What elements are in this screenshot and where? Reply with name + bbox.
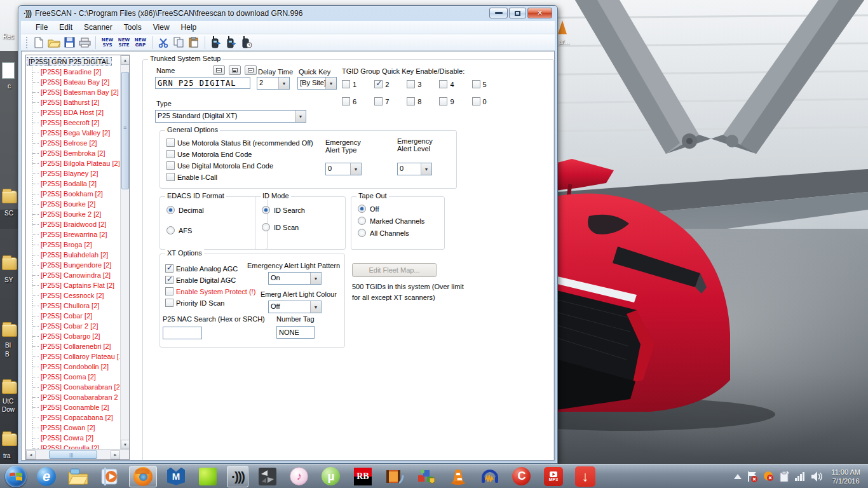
tree-item[interactable]: [P25S] Batesman Bay [2] (27, 87, 119, 97)
option-checkbox[interactable]: Use Motorola Status Bit (recommended Off… (166, 139, 313, 147)
tree-item[interactable]: [P25S] Blayney [2] (27, 168, 119, 179)
delay-time-select[interactable]: 2▼ (257, 77, 290, 90)
tree-item[interactable]: [P25S] Bulahdelah [2] (27, 250, 119, 260)
tree-item[interactable]: [P25S] Coonabarabran 2 (27, 392, 119, 402)
volume-icon[interactable] (811, 471, 824, 482)
tree-item[interactable]: [P25S] Cowan [2] (27, 423, 119, 433)
tgid-key-checkbox[interactable]: 3 (407, 80, 421, 88)
taskbar-explorer-icon[interactable] (67, 466, 90, 487)
option-checkbox[interactable]: Use Digital Motorola End Code (166, 161, 313, 170)
tree-item[interactable]: [P25S] Cobar 2 [2] (27, 321, 119, 331)
taskbar-green-app-icon[interactable] (196, 466, 219, 487)
scanner-clone-icon[interactable] (239, 36, 254, 50)
tree-item[interactable]: [P25S] Coonabarabran [2 (27, 382, 119, 392)
tgid-key-checkbox[interactable]: 6 (342, 97, 356, 105)
tree-item[interactable]: [P25S] Bega Valley [2] (27, 128, 119, 138)
name-case-button-1[interactable] (213, 65, 225, 75)
horizontal-scroll-thumb[interactable] (49, 451, 97, 459)
name-case-button-3[interactable] (245, 65, 257, 75)
emergency-alert-type-select[interactable]: 0▼ (325, 163, 362, 175)
tree-item[interactable]: [P25S] Cooma [2] (27, 372, 119, 382)
emerg-light-pattern-select[interactable]: On▼ (268, 272, 322, 285)
tree-item[interactable]: [P25S] BDA Host [2] (27, 107, 119, 118)
taskbar-itunes-icon[interactable]: ♪ (288, 466, 311, 487)
clipboard-tray-icon[interactable] (779, 471, 789, 482)
tree-item[interactable]: [P25S] Bookham [2] (27, 189, 119, 199)
option-checkbox[interactable]: Enable Digital AGC (165, 276, 255, 284)
tree-item[interactable]: [P25S] Beecroft [2] (27, 118, 119, 128)
menu-edit[interactable]: Edit (53, 22, 78, 33)
radio-option[interactable]: ID Scan (262, 223, 305, 231)
taskbar-malwarebytes-icon[interactable]: M (165, 466, 187, 487)
tgid-key-checkbox[interactable]: 2 (374, 80, 389, 88)
menu-help[interactable]: Help (175, 22, 203, 33)
radio-option[interactable]: ID Search (262, 206, 305, 214)
tree-item[interactable]: [P25S] Chullora [2] (27, 301, 119, 311)
taskbar-tweak-tool-icon[interactable] (415, 466, 438, 487)
tree-item[interactable]: [P25S] Condobolin [2] (27, 362, 119, 372)
scroll-left-arrow[interactable]: ◄ (26, 451, 36, 459)
menu-view[interactable]: View (147, 22, 175, 33)
tree-item[interactable]: [P25S] Coonamble [2] (27, 402, 119, 412)
option-checkbox[interactable]: Enable I-Call (166, 173, 313, 181)
network-signal-icon[interactable] (794, 472, 806, 481)
menu-file[interactable]: File (30, 22, 53, 33)
taskbar-youtube-mp3-icon[interactable]: MP3 (542, 466, 565, 487)
tree-vertical-scrollbar[interactable]: ▲ ▼ (120, 55, 129, 449)
download-from-scanner-icon[interactable] (224, 36, 239, 50)
tree-item[interactable]: [P25S] Cessnock [2] (27, 290, 119, 301)
new-group-button[interactable]: NEWGRP (132, 36, 149, 50)
tree-horizontal-scrollbar[interactable]: ◄ ► (26, 449, 129, 459)
new-site-button[interactable]: NEWSITE (116, 36, 132, 50)
option-checkbox[interactable]: Priority ID Scan (165, 299, 255, 307)
radio-option[interactable]: Off (358, 205, 424, 213)
tree-item[interactable]: [P25S] Copacabana [2] (27, 412, 119, 423)
print-icon[interactable] (77, 36, 92, 50)
taskbar-audacity-icon[interactable] (478, 466, 501, 487)
update-status-icon[interactable] (763, 471, 774, 482)
menu-scanner[interactable]: Scanner (78, 22, 118, 33)
tree-item[interactable]: [P25S] Collaroy Plateau [2 (27, 351, 119, 362)
tree-item[interactable]: [P25S] Canowindra [2] (27, 270, 119, 280)
name-case-button-2[interactable] (229, 65, 241, 75)
upload-to-scanner-icon[interactable] (208, 36, 224, 50)
taskbar-freescan-active[interactable]: ·))) (227, 466, 248, 487)
system-type-select[interactable]: P25 Standard (Digital XT)▼ (155, 110, 306, 123)
desktop-folder-tra[interactable] (2, 433, 17, 446)
new-system-button[interactable]: NEWSYS (99, 36, 116, 50)
scroll-right-arrow[interactable]: ► (111, 451, 120, 459)
show-hidden-icons-button[interactable] (734, 474, 742, 479)
taskbar-ccleaner-icon[interactable]: C (510, 466, 533, 487)
taskbar-media-player-icon[interactable] (98, 466, 121, 487)
vertical-scroll-thumb[interactable] (121, 72, 129, 189)
tree-item[interactable]: [P25S] Cobargo [2] (27, 331, 119, 341)
p25-nac-input[interactable] (163, 327, 202, 339)
taskbar-dark-app-icon[interactable] (256, 466, 279, 487)
copy-icon[interactable] (171, 36, 186, 50)
tgid-key-checkbox[interactable]: 8 (407, 97, 421, 105)
radio-option[interactable]: AFS (166, 226, 204, 234)
taskbar-rb-icon[interactable]: RB (351, 466, 374, 487)
title-bar[interactable]: ·))) FreeSCAN - C:\Program Files (x86)\F… (18, 6, 557, 20)
tgid-key-checkbox[interactable]: 9 (439, 97, 454, 105)
tgid-key-checkbox[interactable]: 4 (439, 80, 454, 88)
taskbar-internet-explorer-icon[interactable]: e (35, 466, 58, 487)
tgid-key-checkbox[interactable]: 7 (374, 97, 389, 105)
radio-option[interactable]: Marked Channels (358, 217, 424, 225)
taskbar-vlc-icon[interactable] (447, 466, 470, 487)
desktop-folder-sc[interactable] (2, 191, 17, 203)
edit-fleet-map-button[interactable]: Edit Fleet Map... (352, 263, 437, 277)
tgid-key-checkbox[interactable]: 0 (472, 97, 487, 105)
tree-item[interactable]: [P25S] Bathurst [2] (27, 97, 119, 107)
tree-item[interactable]: [P25S] Collarenebri [2] (27, 341, 119, 351)
option-checkbox[interactable]: Enable System Protect (!) (165, 287, 255, 295)
action-center-flag-icon[interactable] (747, 471, 758, 482)
system-tree-listbox[interactable]: [P25S] GRN P25 DIGITAL [P25S] Baradine [… (25, 55, 130, 460)
tree-item[interactable]: [P25S] Bungendore [2] (27, 260, 119, 270)
radio-option[interactable]: Decimal (166, 206, 204, 214)
new-file-icon[interactable] (31, 36, 46, 50)
tree-item[interactable]: [P25S] Braidwood [2] (27, 219, 119, 229)
save-icon[interactable] (62, 36, 77, 50)
tree-item[interactable]: [P25S] Bembroka [2] (27, 148, 119, 158)
desktop-folder-bl[interactable] (2, 324, 17, 337)
